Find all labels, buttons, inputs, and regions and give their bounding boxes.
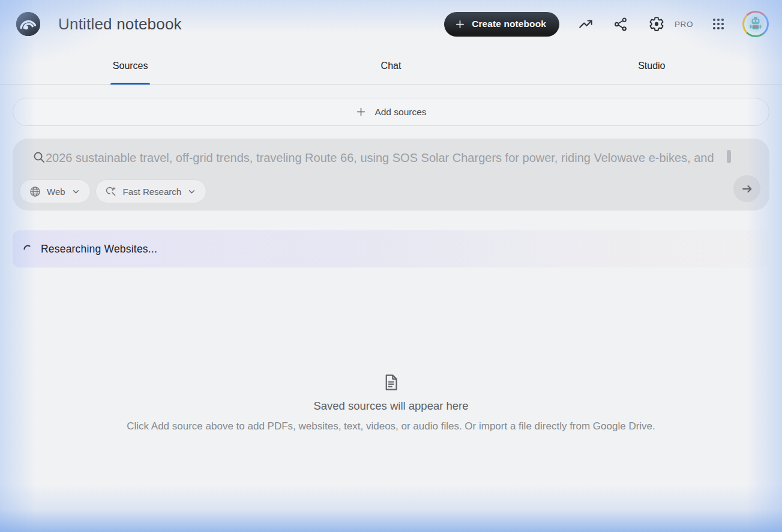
tab-sources-label: Sources [113, 61, 148, 71]
avatar-image [744, 13, 767, 35]
research-query-input[interactable] [46, 148, 724, 167]
research-sparkle-icon [105, 185, 118, 198]
header-actions: Create notebook [444, 11, 769, 37]
tab-chat[interactable]: Chat [260, 48, 521, 84]
chevron-down-icon [71, 187, 81, 197]
gear-icon [649, 16, 664, 32]
active-tab-underline [110, 83, 150, 85]
research-mode-label: Fast Research [123, 187, 182, 197]
research-options-row: Web Fast Research [19, 179, 206, 203]
plus-icon [455, 19, 465, 29]
submit-research-button[interactable] [733, 175, 760, 202]
tab-studio-label: Studio [638, 61, 665, 71]
trending-up-icon [578, 16, 594, 32]
apps-grid-icon [711, 17, 726, 31]
notebook-title[interactable]: Untitled notebook [58, 15, 182, 34]
chevron-down-icon [187, 187, 197, 197]
share-button[interactable] [613, 17, 628, 32]
account-avatar[interactable] [742, 11, 769, 37]
pro-badge: PRO [675, 20, 693, 29]
globe-icon [29, 185, 41, 198]
research-input-box: Web Fast Research [13, 139, 769, 211]
create-notebook-button[interactable]: Create notebook [444, 12, 559, 37]
status-message: Researching Websites... [41, 243, 157, 256]
plus-icon [355, 106, 367, 118]
tab-sources[interactable]: Sources [0, 48, 260, 84]
input-scrollbar-thumb[interactable] [727, 150, 731, 163]
add-sources-label: Add sources [374, 107, 426, 118]
panel-tabbar: Sources Chat Studio [0, 48, 782, 85]
document-icon [382, 373, 400, 394]
research-status-bar: Researching Websites... [13, 230, 769, 267]
search-icon [32, 151, 46, 167]
add-sources-button[interactable]: Add sources [13, 98, 769, 126]
notebooklm-logo-icon[interactable] [16, 12, 40, 36]
empty-state-description: Click Add source above to add PDFs, webs… [127, 420, 655, 432]
tab-studio[interactable]: Studio [522, 48, 782, 84]
web-chip-label: Web [47, 187, 65, 197]
analytics-button[interactable] [578, 16, 594, 32]
create-notebook-label: Create notebook [472, 19, 546, 29]
avatar-ring [742, 11, 769, 37]
settings-button[interactable] [649, 16, 664, 32]
sources-empty-state: Saved sources will appear here Click Add… [13, 373, 769, 432]
web-source-chip[interactable]: Web [19, 179, 91, 203]
arrow-right-icon [741, 182, 754, 196]
tab-chat-label: Chat [381, 61, 402, 71]
share-icon [613, 17, 628, 32]
empty-state-title: Saved sources will appear here [313, 399, 468, 413]
google-apps-button[interactable] [711, 17, 726, 31]
app-header: Untitled notebook Create notebook [0, 0, 782, 48]
spinner-icon [23, 244, 33, 254]
sources-panel: Add sources Web [0, 98, 782, 432]
research-mode-chip[interactable]: Fast Research [95, 179, 207, 203]
